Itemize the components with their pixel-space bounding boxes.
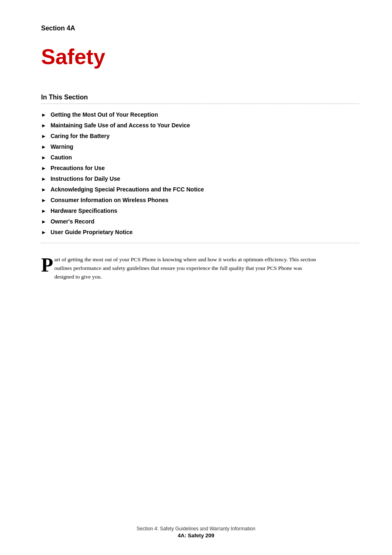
toc-item: ►Acknowledging Special Precautions and t… (41, 186, 359, 193)
toc-item-label: Consumer Information on Wireless Phones (51, 197, 168, 203)
toc-item: ►Precautions for Use (41, 165, 359, 171)
toc-list: ►Getting the Most Out of Your Reception►… (41, 111, 359, 235)
toc-item: ►Caring for the Battery (41, 133, 359, 139)
body-text-content: art of getting the most out of your PCS … (54, 256, 316, 280)
toc-item-label: Acknowledging Special Precautions and th… (51, 186, 204, 193)
arrow-icon: ► (41, 229, 46, 235)
toc-item-label: Caring for the Battery (51, 133, 110, 139)
body-paragraph: Part of getting the most out of your PCS… (41, 256, 359, 281)
toc-item: ►Consumer Information on Wireless Phones (41, 197, 359, 203)
toc-item-label: Owner's Record (51, 218, 95, 225)
footer-top-line: Section 4: Safety Guidelines and Warrant… (0, 526, 392, 532)
toc-item-label: Warning (51, 143, 73, 150)
top-divider (41, 104, 359, 104)
arrow-icon: ► (41, 187, 46, 193)
toc-item-label: Precautions for Use (51, 165, 105, 171)
arrow-icon: ► (41, 165, 46, 171)
drop-cap: P (41, 257, 53, 274)
arrow-icon: ► (41, 144, 46, 150)
bottom-divider (41, 243, 359, 243)
arrow-icon: ► (41, 112, 46, 118)
page-container: Section 4A Safety In This Section ►Getti… (0, 0, 392, 306)
toc-item: ►Owner's Record (41, 218, 359, 225)
toc-item-label: Maintaining Safe Use of and Access to Yo… (51, 122, 190, 129)
arrow-icon: ► (41, 208, 46, 214)
toc-item-label: Caution (51, 154, 72, 161)
page-title: Safety (41, 44, 359, 69)
toc-item: ►Maintaining Safe Use of and Access to Y… (41, 122, 359, 129)
section-label: Section 4A (41, 25, 359, 32)
arrow-icon: ► (41, 133, 46, 139)
arrow-icon: ► (41, 219, 46, 225)
arrow-icon: ► (41, 197, 46, 203)
footer: Section 4: Safety Guidelines and Warrant… (0, 526, 392, 539)
toc-item: ►Hardware Specifications (41, 207, 359, 214)
toc-item-label: Hardware Specifications (51, 207, 118, 214)
arrow-icon: ► (41, 154, 46, 161)
toc-item: ►Instructions for Daily Use (41, 175, 359, 182)
body-text: Part of getting the most out of your PCS… (41, 256, 321, 281)
toc-item-label: Getting the Most Out of Your Reception (51, 111, 158, 118)
in-this-section-heading: In This Section (41, 94, 359, 101)
toc-item: ►User Guide Proprietary Notice (41, 229, 359, 235)
toc-item: ►Getting the Most Out of Your Reception (41, 111, 359, 118)
toc-item: ►Caution (41, 154, 359, 161)
toc-item: ►Warning (41, 143, 359, 150)
arrow-icon: ► (41, 122, 46, 129)
footer-bottom-line: 4A: Safety 209 (0, 532, 392, 539)
arrow-icon: ► (41, 176, 46, 182)
toc-item-label: User Guide Proprietary Notice (51, 229, 133, 235)
toc-item-label: Instructions for Daily Use (51, 175, 120, 182)
